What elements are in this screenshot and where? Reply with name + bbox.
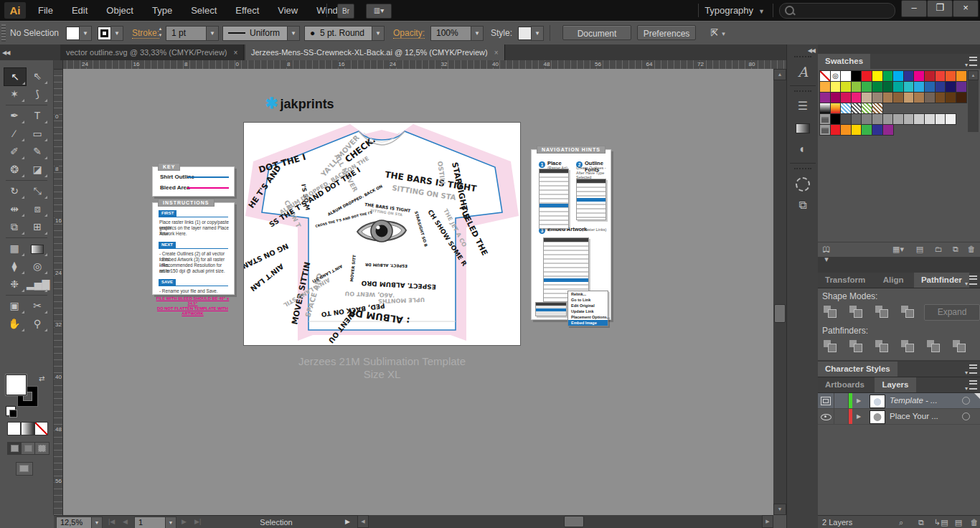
- menu-view[interactable]: View: [268, 0, 307, 21]
- bridge-button[interactable]: Br: [337, 4, 354, 19]
- stroke-weight-dropdown[interactable]: ▼: [206, 26, 219, 41]
- opacity-dropdown[interactable]: ▼: [471, 26, 484, 41]
- gradient-mode-button[interactable]: [21, 422, 34, 435]
- swatch-#9e005d[interactable]: [830, 92, 842, 103]
- menu-object[interactable]: Object: [97, 0, 143, 21]
- swap-fill-stroke-icon[interactable]: ⇄: [39, 374, 44, 382]
- swatch-#92278f[interactable]: [882, 124, 894, 136]
- swatch-#c69c6d[interactable]: [903, 92, 915, 103]
- scroll-right-icon[interactable]: ▶: [762, 515, 773, 528]
- crop-button[interactable]: [900, 339, 917, 353]
- first-artboard-icon[interactable]: |◀: [108, 518, 115, 525]
- swatch-#006838[interactable]: [882, 81, 894, 93]
- pencil-tool[interactable]: ✎: [27, 143, 48, 160]
- menu-edit[interactable]: Edit: [62, 0, 97, 21]
- dock-expand-icon[interactable]: ◀◀: [808, 47, 815, 54]
- hand-tool[interactable]: ✋: [4, 315, 25, 332]
- new-color-group-icon[interactable]: 🗀: [933, 244, 944, 254]
- swatch-#754c24[interactable]: [935, 92, 946, 103]
- menu-select[interactable]: Select: [182, 0, 226, 21]
- minus-back-button[interactable]: [951, 339, 969, 353]
- free-transform-tool[interactable]: ⧈: [27, 200, 48, 217]
- swatch-#be1e2d[interactable]: [924, 70, 936, 82]
- lasso-tool[interactable]: ⟆: [27, 85, 48, 103]
- minimize-button[interactable]: –: [901, 0, 927, 17]
- swatch-#2566af[interactable]: [924, 81, 936, 93]
- clipping-mask-icon[interactable]: ⧉: [915, 517, 927, 527]
- vertical-scrollbar[interactable]: ▲ ▼: [773, 69, 786, 515]
- default-fill-stroke-icon[interactable]: [6, 406, 16, 416]
- menu-type[interactable]: Type: [143, 0, 182, 21]
- swatch-gradient-bw[interactable]: [819, 103, 831, 114]
- swatch-#b3b3b3[interactable]: [903, 113, 915, 125]
- eraser-tool[interactable]: ◪: [27, 161, 48, 178]
- swatch-#f2f2f2[interactable]: [945, 113, 956, 125]
- toolbar-collapse-icon[interactable]: ◀◀: [2, 50, 9, 56]
- perspective-grid-tool[interactable]: ⊞: [27, 218, 48, 235]
- swatches-scrollbar[interactable]: ▲: [968, 70, 979, 132]
- color-mode-button[interactable]: [7, 422, 21, 435]
- stroke-weight-stepper[interactable]: ▲▼: [156, 26, 164, 39]
- document-tab-1[interactable]: vector outline.svg @ 33,33% (CMYK/Previe…: [60, 44, 244, 60]
- status-popup-icon[interactable]: ▶: [345, 518, 350, 525]
- swatch-#00a99d[interactable]: [892, 81, 904, 93]
- fill-stroke-control[interactable]: ⇄: [6, 374, 47, 416]
- swatch-#998675[interactable]: [872, 92, 883, 103]
- swatch-#000000[interactable]: [851, 70, 862, 82]
- column-graph-tool[interactable]: ▂▅▇: [27, 275, 48, 293]
- mesh-tool[interactable]: ▦: [4, 240, 25, 257]
- transparency-panel-icon[interactable]: ◐: [787, 138, 819, 160]
- intersect-button[interactable]: [874, 304, 891, 319]
- swatch-#d9d9d9[interactable]: [924, 113, 936, 125]
- swatch-#ec008c[interactable]: [913, 70, 925, 82]
- panel-grip[interactable]: [794, 90, 811, 94]
- fill-indicator[interactable]: [6, 374, 27, 395]
- swatch-#662d91[interactable]: [956, 81, 967, 93]
- scale-tool[interactable]: ⤡: [27, 182, 48, 199]
- tab-transform[interactable]: Transform: [818, 273, 872, 288]
- stroke-weight-field[interactable]: 1 pt: [166, 26, 207, 41]
- panel-menu-icon[interactable]: [961, 364, 977, 374]
- none-mode-button[interactable]: [34, 422, 48, 435]
- swatch-#808080[interactable]: [861, 113, 872, 125]
- swatch-#666666[interactable]: [851, 113, 862, 125]
- swatch-#f7931e[interactable]: [840, 124, 852, 136]
- lock-cell[interactable]: [834, 409, 849, 424]
- swatch-#ed1c24[interactable]: [830, 124, 842, 136]
- swatch-#37b34a[interactable]: [861, 81, 872, 93]
- divide-button[interactable]: [822, 339, 839, 353]
- trim-button[interactable]: [848, 339, 865, 353]
- scroll-up-icon[interactable]: ▲: [773, 69, 786, 80]
- template-layer-icon[interactable]: [818, 393, 834, 408]
- swatch-#736357[interactable]: [924, 92, 936, 103]
- close-button[interactable]: ×: [953, 0, 979, 17]
- swatch-#a97c50[interactable]: [913, 92, 925, 103]
- artboard[interactable]: THE BARS IS TIGHTSITTING ON STACHECK.YA'…: [244, 123, 520, 345]
- swatch-#a6a6a6[interactable]: [892, 113, 904, 125]
- stroke-link[interactable]: Stroke:: [132, 28, 159, 39]
- expand-layer-icon[interactable]: ▶: [857, 397, 861, 404]
- selection-tool[interactable]: ↖: [4, 67, 27, 86]
- outline-button[interactable]: [925, 339, 943, 353]
- type-tool[interactable]: T: [27, 107, 48, 124]
- workspace-switcher[interactable]: Typography▼: [705, 0, 765, 22]
- glyphs-panel-icon[interactable]: A: [787, 61, 819, 82]
- draw-inside-button[interactable]: [34, 442, 50, 455]
- merge-button[interactable]: [874, 339, 891, 353]
- exclude-button[interactable]: [900, 304, 917, 319]
- minus-front-button[interactable]: [848, 304, 865, 319]
- layer-target-icon[interactable]: [962, 397, 970, 405]
- swatch-none[interactable]: [819, 70, 831, 82]
- brush-field[interactable]: ● 5 pt. Round: [304, 26, 374, 41]
- swatch-#d7e021[interactable]: [840, 81, 852, 93]
- scroll-left-icon[interactable]: ◀: [357, 515, 369, 528]
- fill-color-swatch[interactable]: [66, 27, 80, 40]
- tab-close-icon[interactable]: ×: [234, 49, 238, 57]
- swatch-pattern-brown[interactable]: [872, 103, 883, 114]
- document-tab-2[interactable]: Jerzees-Mens-SS-Crewneck-XL-Back.ai @ 12…: [245, 44, 505, 60]
- gradient-tool[interactable]: [27, 240, 48, 257]
- eyedropper-tool[interactable]: ⧫: [4, 258, 25, 275]
- swatch-group-folder[interactable]: [819, 113, 831, 125]
- swatch-#cccccc[interactable]: [913, 113, 925, 125]
- draw-normal-button[interactable]: [7, 442, 22, 455]
